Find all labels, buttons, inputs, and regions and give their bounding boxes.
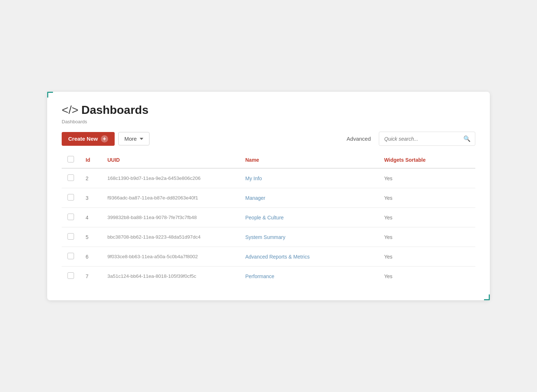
more-label: More — [124, 136, 137, 142]
row-id: 7 — [80, 267, 102, 286]
col-header-id[interactable]: Id — [80, 152, 102, 168]
chevron-down-icon — [140, 138, 143, 140]
row-widgets-sortable: Yes — [378, 227, 475, 247]
row-widgets-sortable: Yes — [378, 208, 475, 227]
row-check-cell — [62, 188, 80, 208]
table-row: 4 399832b8-ba88-11ea-9078-7fe7f3c7fb48 P… — [62, 208, 475, 227]
row-id: 2 — [80, 168, 102, 188]
row-id: 6 — [80, 247, 102, 267]
row-id: 3 — [80, 188, 102, 208]
row-checkbox[interactable] — [67, 194, 74, 201]
create-new-button[interactable]: Create New + — [62, 132, 115, 146]
row-widgets-sortable: Yes — [378, 247, 475, 267]
dashboards-table: Id UUID Name Widgets Sortable 2 168c1390… — [62, 152, 475, 286]
row-name[interactable]: System Summary — [239, 227, 378, 247]
main-panel: </> Dashboards Dashboards Create New + M… — [47, 92, 490, 300]
plus-circle-icon: + — [101, 135, 108, 143]
row-uuid: f9366adc-ba87-11ea-b87e-dd82063e40f1 — [102, 188, 239, 208]
col-header-check — [62, 152, 80, 168]
page-title-text: Dashboards — [81, 103, 148, 117]
row-uuid: 9f033ce8-bb63-11ea-a50a-5c0b4a7f8002 — [102, 247, 239, 267]
table-row: 2 168c1390-b9d7-11ea-9e2a-6453e806c206 M… — [62, 168, 475, 188]
more-button[interactable]: More — [118, 132, 149, 145]
row-check-cell — [62, 247, 80, 267]
row-checkbox[interactable] — [67, 174, 74, 181]
advanced-link[interactable]: Advanced — [347, 136, 371, 142]
corner-decoration-tl — [47, 92, 53, 98]
col-header-name[interactable]: Name — [239, 152, 378, 168]
search-wrapper: 🔍 — [379, 132, 475, 146]
table-row: 5 bbc38708-bb62-11ea-9223-48da51d97dc4 S… — [62, 227, 475, 247]
row-checkbox[interactable] — [67, 214, 74, 220]
row-uuid: 399832b8-ba88-11ea-9078-7fe7f3c7fb48 — [102, 208, 239, 227]
row-uuid: 168c1390-b9d7-11ea-9e2a-6453e806c206 — [102, 168, 239, 188]
row-check-cell — [62, 208, 80, 227]
page-title: </> Dashboards — [62, 103, 475, 117]
title-code-icon: </> — [62, 103, 78, 117]
row-check-cell — [62, 168, 80, 188]
row-checkbox[interactable] — [67, 272, 74, 279]
row-widgets-sortable: Yes — [378, 168, 475, 188]
row-checkbox[interactable] — [67, 233, 74, 240]
table-row: 6 9f033ce8-bb63-11ea-a50a-5c0b4a7f8002 A… — [62, 247, 475, 267]
toolbar: Create New + More Advanced 🔍 — [62, 132, 475, 146]
row-name[interactable]: People & Culture — [239, 208, 378, 227]
corner-decoration-br — [484, 294, 490, 300]
row-checkbox[interactable] — [67, 253, 74, 259]
row-id: 5 — [80, 227, 102, 247]
create-new-label: Create New — [68, 136, 98, 142]
row-name[interactable]: Performance — [239, 267, 378, 286]
table-header-row: Id UUID Name Widgets Sortable — [62, 152, 475, 168]
select-all-checkbox[interactable] — [67, 156, 74, 162]
row-name[interactable]: Manager — [239, 188, 378, 208]
breadcrumb: Dashboards — [62, 119, 475, 124]
row-uuid: 3a51c124-bb64-11ea-8018-105f39f0cf5c — [102, 267, 239, 286]
search-input[interactable] — [379, 133, 459, 145]
col-header-uuid[interactable]: UUID — [102, 152, 239, 168]
row-name[interactable]: Advanced Reports & Metrics — [239, 247, 378, 267]
row-id: 4 — [80, 208, 102, 227]
row-widgets-sortable: Yes — [378, 267, 475, 286]
row-name[interactable]: My Info — [239, 168, 378, 188]
col-header-widgets-sortable[interactable]: Widgets Sortable — [378, 152, 475, 168]
table-row: 7 3a51c124-bb64-11ea-8018-105f39f0cf5c P… — [62, 267, 475, 286]
table-row: 3 f9366adc-ba87-11ea-b87e-dd82063e40f1 M… — [62, 188, 475, 208]
row-widgets-sortable: Yes — [378, 188, 475, 208]
row-check-cell — [62, 267, 80, 286]
search-icon: 🔍 — [463, 136, 471, 142]
row-check-cell — [62, 227, 80, 247]
search-icon-button[interactable]: 🔍 — [459, 132, 475, 145]
row-uuid: bbc38708-bb62-11ea-9223-48da51d97dc4 — [102, 227, 239, 247]
